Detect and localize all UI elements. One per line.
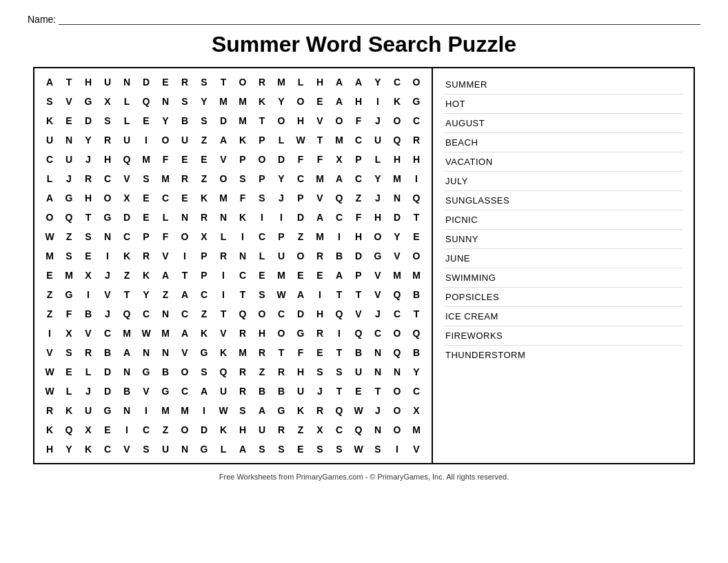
grid-cell: K <box>59 401 79 420</box>
grid-cell: S <box>79 227 98 246</box>
grid-cell: A <box>175 285 194 304</box>
grid-cell: P <box>252 169 272 188</box>
word-list-item: SWIMMING <box>444 268 682 288</box>
grid-cell: W <box>136 324 156 343</box>
grid-cell: Q <box>59 420 79 439</box>
word-list-item: JUNE <box>444 249 682 268</box>
grid-cell: I <box>79 285 98 304</box>
word-list-item: SUMMER <box>444 75 682 95</box>
grid-cell: R <box>40 401 59 420</box>
grid-cell: C <box>368 324 387 343</box>
grid-cell: M <box>59 266 79 285</box>
grid-cell: E <box>136 208 156 227</box>
grid-cell: Z <box>117 266 136 285</box>
grid-cell: Y <box>79 130 98 150</box>
grid-cell: N <box>156 304 175 324</box>
grid-cell: O <box>175 227 194 246</box>
grid-cell: F <box>349 111 368 130</box>
grid-cell: P <box>349 150 368 169</box>
grid-cell: U <box>291 382 310 401</box>
grid-cell: V <box>407 439 426 459</box>
grid-cell: C <box>98 439 117 459</box>
grid-cell: H <box>368 208 387 227</box>
grid-cell: B <box>98 343 117 362</box>
grid-cell: L <box>214 439 233 459</box>
name-line: Name: <box>28 14 700 25</box>
grid-cell: P <box>194 246 214 266</box>
grid-cell: R <box>79 343 98 362</box>
grid-cell: Y <box>368 169 387 188</box>
grid-cell: M <box>175 401 194 420</box>
grid-cell: H <box>98 150 117 169</box>
grid-cell: S <box>272 439 291 459</box>
grid-cell: T <box>407 208 426 227</box>
grid-cell: Q <box>59 208 79 227</box>
grid-cell: L <box>368 150 387 169</box>
grid-cell: T <box>368 382 387 401</box>
grid-cell: M <box>156 401 175 420</box>
grid-cell: R <box>136 246 156 266</box>
grid-cell: A <box>349 72 368 92</box>
word-list-item: THUNDERSTORM <box>444 346 682 364</box>
grid-cell: R <box>233 362 252 382</box>
grid-cell: I <box>117 420 136 439</box>
grid-cell: J <box>79 382 98 401</box>
grid-cell: R <box>233 324 252 343</box>
grid-cell: U <box>368 130 387 150</box>
grid-cell: H <box>349 227 368 246</box>
grid-cell: J <box>368 188 387 208</box>
grid-cell: N <box>387 362 407 382</box>
grid-cell: B <box>272 382 291 401</box>
grid-cell: T <box>272 343 291 362</box>
grid-cell: A <box>291 285 310 304</box>
grid-cell: N <box>136 343 156 362</box>
word-list-item: FIREWORKS <box>444 326 682 346</box>
grid-cell: W <box>40 362 59 382</box>
grid-cell: F <box>156 150 175 169</box>
grid-cell: C <box>233 266 252 285</box>
grid-cell: O <box>368 227 387 246</box>
footer: Free Worksheets from PrimaryGames.com - … <box>219 473 509 481</box>
grid-cell: K <box>387 92 407 111</box>
grid-cell: S <box>136 169 156 188</box>
grid-cell: M <box>214 92 233 111</box>
grid-cell: R <box>252 72 272 92</box>
grid-cell: Y <box>387 227 407 246</box>
grid-cell: N <box>156 92 175 111</box>
grid-cell: V <box>117 169 136 188</box>
grid-cell: E <box>59 362 79 382</box>
grid-cell: W <box>214 401 233 420</box>
grid-cell: Y <box>407 362 426 382</box>
grid-cell: R <box>252 343 272 362</box>
grid-cell: C <box>330 420 349 439</box>
grid-cell: V <box>136 382 156 401</box>
grid-cell: U <box>40 130 59 150</box>
grid-cell: Q <box>117 304 136 324</box>
grid-cell: S <box>252 188 272 208</box>
grid-cell: O <box>156 130 175 150</box>
grid-cell: K <box>117 246 136 266</box>
grid-cell: A <box>330 169 349 188</box>
grid-cell: X <box>79 420 98 439</box>
grid-cell: I <box>40 324 59 343</box>
grid-cell: A <box>310 208 330 227</box>
grid-cell: E <box>407 227 426 246</box>
grid-cell: D <box>272 150 291 169</box>
grid-cell: H <box>252 324 272 343</box>
grid-cell: S <box>310 439 330 459</box>
grid-cell: O <box>407 246 426 266</box>
grid-cell: N <box>368 420 387 439</box>
grid-cell: R <box>407 130 426 150</box>
grid-cell: D <box>291 304 310 324</box>
grid-cell: C <box>40 150 59 169</box>
grid-cell: Q <box>330 401 349 420</box>
grid-cell: U <box>349 362 368 382</box>
grid-cell: E <box>194 150 214 169</box>
grid-cell: O <box>291 246 310 266</box>
grid-cell: E <box>40 266 59 285</box>
grid-cell: C <box>387 72 407 92</box>
grid-cell: U <box>59 150 79 169</box>
grid-section: ATHUNDERSTORMLHAAYCOSVGXLQNSYMMKYOEAHIKG… <box>34 68 433 463</box>
grid-cell: I <box>214 266 233 285</box>
grid-cell: A <box>117 343 136 362</box>
